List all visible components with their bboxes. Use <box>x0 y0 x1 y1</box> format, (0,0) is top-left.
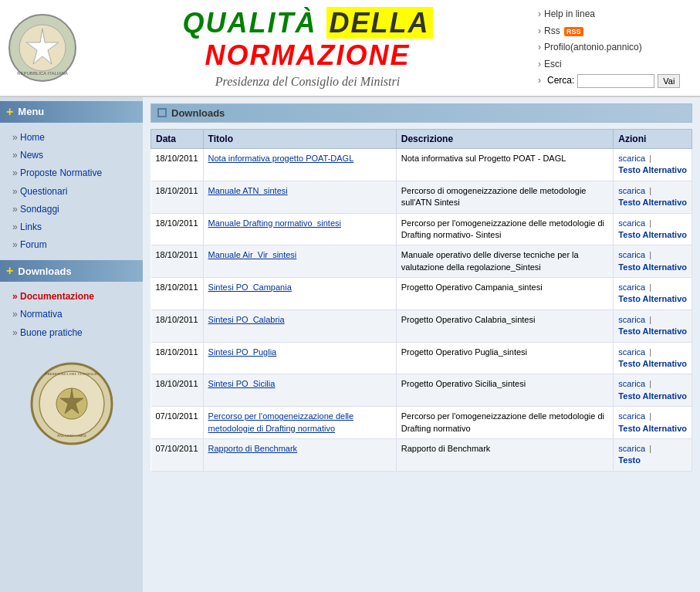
separator: | <box>647 250 651 259</box>
title-normazione: NORMAZIONE <box>205 39 411 71</box>
cell-titolo: Nota informativa progetto POAT-DAGL <box>203 148 396 181</box>
cell-descrizione: Percorso per l'omogeneizzazione delle me… <box>396 407 614 439</box>
cell-titolo: Manuale Air_Vir_sintesi <box>203 245 396 278</box>
testo-alternativo-link[interactable]: Testo Alternativo <box>618 424 687 433</box>
testo-alternativo-link[interactable]: Testo Alternativo <box>618 294 687 303</box>
sidebar-item-documentazione[interactable]: Documentazione <box>12 288 143 306</box>
cell-descrizione: Nota informativa sul Progetto POAT - DAG… <box>396 148 614 181</box>
sidebar-item-home[interactable]: Home <box>12 129 143 147</box>
cell-azioni: scarica | Testo Alternativo <box>614 148 692 181</box>
titolo-link[interactable]: Sintesi PO_Puglia <box>208 347 277 357</box>
testo-alternativo-link[interactable]: Testo Alternativo <box>618 262 687 272</box>
search-label: Cerca: <box>547 73 574 90</box>
search-input[interactable] <box>577 74 654 88</box>
sidebar-item-normativa[interactable]: Normativa <box>12 306 143 323</box>
testo-alternativo-link[interactable]: Testo <box>618 455 641 465</box>
table-row: 18/10/2011Manuale Drafting normativo_sin… <box>151 213 692 245</box>
help-link[interactable]: Help in linea <box>544 8 595 19</box>
svg-text:PALAZZO CHIGI: PALAZZO CHIGI <box>57 434 86 438</box>
cell-data: 18/10/2011 <box>151 278 204 310</box>
downloads-square-icon <box>157 108 167 117</box>
separator: | <box>647 282 651 292</box>
titolo-link[interactable]: Nota informativa progetto POAT-DAGL <box>208 154 354 163</box>
title-qualita: QUALITÀ <box>183 7 317 39</box>
downloads-section-header: + Downloads <box>0 260 143 282</box>
titolo-link[interactable]: Rapporto di Benchmark <box>208 444 298 453</box>
table-row: 07/10/2011Percorso per l'omogeneizzazion… <box>151 407 692 439</box>
sidebar-item-buone-pratiche[interactable]: Buone pratiche <box>12 324 143 342</box>
downloads-plus-icon: + <box>6 264 13 278</box>
cell-descrizione: Percorso di omogeneizzazione delle metod… <box>396 181 614 213</box>
scarica-link[interactable]: scarica <box>618 218 645 228</box>
testo-alternativo-link[interactable]: Testo Alternativo <box>618 165 687 174</box>
titolo-link[interactable]: Manuale Air_Vir_sintesi <box>208 250 297 259</box>
cell-azioni: scarica | Testo Alternativo <box>614 407 692 439</box>
scarica-link[interactable]: scarica <box>618 379 645 388</box>
separator: | <box>647 411 651 421</box>
titolo-link[interactable]: Sintesi PO_Calabria <box>208 315 285 324</box>
scarica-link[interactable]: scarica <box>618 282 645 292</box>
scarica-link[interactable]: scarica <box>618 411 645 421</box>
col-data: Data <box>151 129 204 148</box>
table-row: 18/10/2011Sintesi PO_CampaniaProgetto Op… <box>151 278 692 310</box>
scarica-link[interactable]: scarica <box>618 315 645 324</box>
sidebar-item-sondaggi[interactable]: Sondaggi <box>12 201 143 218</box>
logo: REPUBBLICA ITALIANA <box>8 13 77 83</box>
cell-titolo: Percorso per l'omogeneizzazione delle me… <box>203 407 396 439</box>
cell-data: 18/10/2011 <box>151 148 204 181</box>
title-della: DELLA <box>326 7 433 39</box>
sidebar-item-proposte[interactable]: Proposte Normative <box>12 164 143 182</box>
testo-alternativo-link[interactable]: Testo Alternativo <box>618 230 687 239</box>
sidebar-item-news[interactable]: News <box>12 147 143 164</box>
titolo-link[interactable]: Sintesi PO_Sicilia <box>208 379 276 388</box>
table-row: 18/10/2011Manuale ATN_sintesiPercorso di… <box>151 181 692 213</box>
header-center: QUALITÀ DELLA NORMAZIONE Presidenza del … <box>77 7 538 89</box>
titolo-link[interactable]: Sintesi PO_Campania <box>208 282 292 292</box>
cell-data: 07/10/2011 <box>151 407 204 439</box>
testo-alternativo-link[interactable]: Testo Alternativo <box>618 326 687 336</box>
cell-titolo: Sintesi PO_Sicilia <box>203 374 396 407</box>
scarica-link[interactable]: scarica <box>618 347 645 357</box>
table-header: Data Titolo Descrizione Azioni <box>151 129 692 148</box>
table-row: 18/10/2011Sintesi PO_PugliaProgetto Oper… <box>151 342 692 374</box>
scarica-link[interactable]: scarica <box>618 154 645 163</box>
titolo-link[interactable]: Manuale ATN_sintesi <box>208 186 288 195</box>
separator: | <box>647 347 651 357</box>
scarica-link[interactable]: scarica <box>618 186 645 195</box>
cell-descrizione: Percorso per l'omogeneizzazione delle me… <box>396 213 614 245</box>
esci-link[interactable]: Esci <box>544 59 562 69</box>
downloads-section-title: Downloads <box>171 107 225 119</box>
cell-data: 18/10/2011 <box>151 342 204 374</box>
cell-titolo: Manuale ATN_sintesi <box>203 181 396 213</box>
sidebar-item-links[interactable]: Links <box>12 218 143 236</box>
cell-data: 18/10/2011 <box>151 374 204 407</box>
testo-alternativo-link[interactable]: Testo Alternativo <box>618 198 687 207</box>
menu-nav: Home News Proposte Normative Questionari… <box>0 126 143 260</box>
scarica-link[interactable]: scarica <box>618 444 645 453</box>
header-subtitle: Presidenza del Consiglio dei Ministri <box>77 75 538 89</box>
search-row: › Cerca: Vai <box>538 73 692 90</box>
titolo-link[interactable]: Percorso per l'omogeneizzazione delle me… <box>208 411 354 432</box>
sidebar-seal: PRESIDENZA DEL CONSIGLIO PALAZZO CHIGI <box>25 357 118 450</box>
cell-data: 18/10/2011 <box>151 310 204 342</box>
vai-button[interactable]: Vai <box>658 74 680 88</box>
cell-azioni: scarica | Testo Alternativo <box>614 213 692 245</box>
sidebar-item-forum[interactable]: Forum <box>12 236 143 254</box>
cell-azioni: scarica | Testo Alternativo <box>614 310 692 342</box>
testo-alternativo-link[interactable]: Testo Alternativo <box>618 359 687 368</box>
scarica-link[interactable]: scarica <box>618 250 645 259</box>
cell-data: 18/10/2011 <box>151 213 204 245</box>
cell-titolo: Sintesi PO_Campania <box>203 278 396 310</box>
cell-descrizione: Progetto Operativo Campania_sintesi <box>396 278 614 310</box>
cell-descrizione: Rapporto di Benchmark <box>396 439 614 472</box>
testo-alternativo-link[interactable]: Testo Alternativo <box>618 391 687 401</box>
sidebar-item-questionari[interactable]: Questionari <box>12 183 143 201</box>
titolo-link[interactable]: Manuale Drafting normativo_sintesi <box>208 218 341 228</box>
cell-descrizione: Progetto Operativo Puglia_sintesi <box>396 342 614 374</box>
profilo-link[interactable]: Profilo(antonio.pannico) <box>544 42 642 52</box>
rss-link[interactable]: Rss RSS <box>544 25 583 36</box>
menu-plus-icon: + <box>6 105 13 119</box>
col-titolo: Titolo <box>203 129 396 148</box>
cell-azioni: scarica | Testo Alternativo <box>614 342 692 374</box>
cell-azioni: scarica | Testo <box>614 439 692 472</box>
